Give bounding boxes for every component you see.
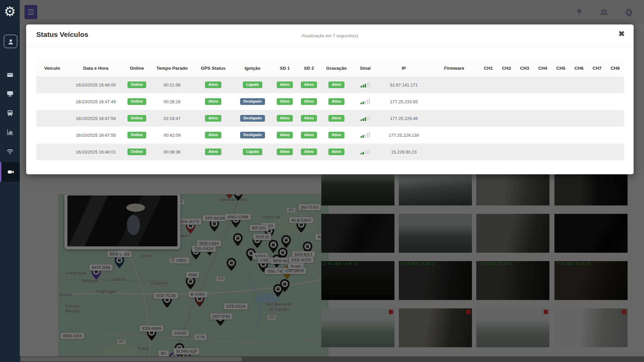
column-header: CH6 <box>570 60 588 76</box>
table-cell: 16/10/2025 16:48:01 <box>68 143 123 160</box>
table-cell <box>552 143 570 160</box>
table-cell: Ativo <box>194 127 232 143</box>
table-cell <box>352 76 379 93</box>
table-cell: 177.25.229.130 <box>379 127 429 143</box>
table-row[interactable]: 16/10/2025 16:47:55Online00:42:09AtivoDe… <box>36 127 624 143</box>
close-icon[interactable]: ✖ <box>618 30 625 38</box>
table-cell <box>588 76 606 93</box>
sidebar-item-cameras[interactable] <box>0 162 20 182</box>
table-cell: Ativo <box>297 127 321 143</box>
table-cell <box>552 127 570 143</box>
table-cell <box>516 143 534 160</box>
table-cell: 16/10/2025 16:48:00 <box>68 76 123 93</box>
table-cell: 52.67.141.171 <box>379 76 429 93</box>
sidebar-item-reports[interactable] <box>0 124 20 140</box>
table-cell: 15.229.60.23 <box>379 143 429 160</box>
table-cell <box>497 110 516 127</box>
table-cell <box>570 76 588 93</box>
status-badge: Ativo <box>205 81 221 88</box>
column-header: SD 1 <box>273 60 297 76</box>
table-row[interactable]: 16/10/2025 16:48:01Online00:08:36AtivoLi… <box>36 143 624 160</box>
table-cell: Ativo <box>297 93 321 110</box>
status-badge: Ativo <box>205 148 221 155</box>
video-camera-icon <box>7 168 14 176</box>
table-cell <box>516 93 534 110</box>
table-cell <box>36 143 68 160</box>
table-cell <box>36 110 68 127</box>
table-cell <box>429 127 479 143</box>
table-cell: Desligado <box>232 110 273 127</box>
column-header: CH1 <box>479 60 497 76</box>
status-badge: Ativo <box>301 98 317 105</box>
table-cell <box>479 127 497 143</box>
status-badge: Online <box>127 98 146 105</box>
table-cell <box>606 110 624 127</box>
sidebar-item-tools[interactable] <box>0 66 20 82</box>
signal-strength-indicator <box>361 148 370 155</box>
table-cell <box>352 110 379 127</box>
wifi-icon <box>6 148 14 155</box>
table-cell: Ativo <box>194 110 232 127</box>
table-cell: 16/10/2025 16:47:55 <box>68 127 123 143</box>
status-badge: Ativo <box>205 132 221 138</box>
sidebar-item-profile[interactable] <box>4 35 17 48</box>
table-cell <box>570 110 588 127</box>
table-cell <box>352 127 379 143</box>
table-row[interactable]: 16/10/2025 16:47:49Online00:26:18AtivoDe… <box>36 93 624 110</box>
app-logo-gear-icon[interactable]: ⚙ <box>0 3 20 20</box>
column-header: CH3 <box>516 60 534 76</box>
table-cell <box>36 76 68 93</box>
table-row[interactable]: 16/10/2025 16:48:00Online00:21:56AtivoLi… <box>36 76 624 93</box>
column-header: Ignição <box>232 60 273 76</box>
sidebar-item-connectivity[interactable] <box>0 143 20 160</box>
table-cell <box>429 93 479 110</box>
status-badge: Ativo <box>301 148 317 155</box>
status-badge: Ativo <box>301 132 317 138</box>
column-header: IP <box>379 60 429 76</box>
table-cell: 00:26:18 <box>150 93 194 110</box>
table-cell: 00:42:09 <box>150 127 194 143</box>
table-cell: Online <box>123 76 150 93</box>
status-badge: Ativo <box>328 98 345 105</box>
column-header: CH4 <box>534 60 552 76</box>
modal-header: Status Veículos Atualização em 7 segundo… <box>26 24 634 46</box>
sidebar-item-vehicles[interactable] <box>0 105 20 121</box>
table-cell: Ativo <box>194 93 232 110</box>
column-header: CH7 <box>588 60 606 76</box>
table-cell: 00:21:56 <box>150 76 194 93</box>
status-badge: Ativo <box>301 115 317 122</box>
sidebar-item-monitoring[interactable] <box>0 85 20 102</box>
table-cell <box>588 93 606 110</box>
table-cell: Online <box>123 143 150 160</box>
column-header: Online <box>123 60 150 76</box>
table-cell: Ativo <box>273 143 297 160</box>
table-cell <box>36 93 68 110</box>
status-badge: Ativo <box>328 81 345 88</box>
column-header: CH2 <box>497 60 516 76</box>
table-cell <box>570 93 588 110</box>
table-cell: 16/10/2025 16:47:49 <box>68 93 123 110</box>
table-cell: Ativo <box>297 110 321 127</box>
table-cell: Online <box>123 93 150 110</box>
table-row[interactable]: 16/10/2025 16:47:58Online02:24:47AtivoDe… <box>36 110 624 127</box>
table-cell <box>534 110 552 127</box>
table-cell <box>606 93 624 110</box>
table-cell <box>606 76 624 93</box>
table-cell <box>516 76 534 93</box>
table-cell: Ativo <box>297 76 321 93</box>
table-cell <box>534 93 552 110</box>
table-cell: Ativo <box>297 143 321 160</box>
table-cell <box>429 110 479 127</box>
column-header: Data e Hora <box>68 60 123 76</box>
table-cell <box>352 143 379 160</box>
table-cell: Desligado <box>232 93 273 110</box>
status-badge: Ativo <box>277 98 293 105</box>
table-cell <box>534 127 552 143</box>
status-badge: Desligado <box>240 132 265 138</box>
table-cell: 177.25.233.55 <box>379 93 429 110</box>
status-badge: Ligado <box>243 148 262 155</box>
table-cell <box>36 127 68 143</box>
app-root: Ribeirão PretoPoços deBauruSãoAssisOurin… <box>0 0 644 362</box>
status-modal: Status Veículos Atualização em 7 segundo… <box>26 24 634 174</box>
status-badge: Online <box>127 132 146 138</box>
